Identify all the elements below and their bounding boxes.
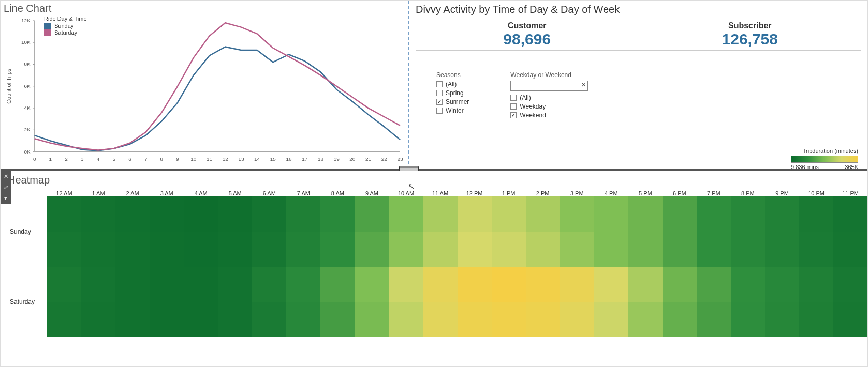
heat-cell[interactable] bbox=[492, 267, 526, 302]
heat-cell[interactable] bbox=[492, 302, 526, 337]
seasons-option[interactable]: Spring bbox=[436, 89, 469, 97]
heat-cell[interactable] bbox=[218, 196, 252, 232]
heat-cell[interactable] bbox=[81, 267, 115, 302]
heat-cell[interactable] bbox=[833, 196, 867, 232]
heat-cell[interactable] bbox=[286, 196, 320, 232]
dow-option[interactable]: Weekday bbox=[510, 103, 588, 110]
heat-cell[interactable] bbox=[594, 196, 628, 232]
heat-cell[interactable] bbox=[115, 267, 150, 302]
legend-item[interactable]: Sunday bbox=[44, 23, 87, 29]
heat-cell[interactable] bbox=[697, 302, 731, 337]
heat-cell[interactable] bbox=[458, 232, 492, 267]
heat-cell[interactable] bbox=[663, 196, 697, 232]
heat-cell[interactable] bbox=[47, 302, 81, 337]
heat-cell[interactable] bbox=[492, 196, 526, 232]
heat-cell[interactable] bbox=[765, 196, 799, 232]
heat-cell[interactable] bbox=[799, 232, 833, 267]
heat-cell[interactable] bbox=[355, 267, 389, 302]
heat-cell[interactable] bbox=[252, 267, 286, 302]
heat-cell[interactable] bbox=[765, 302, 799, 337]
checkbox-icon[interactable] bbox=[510, 103, 517, 110]
heat-cell[interactable] bbox=[286, 232, 320, 267]
heat-cell[interactable] bbox=[799, 302, 833, 337]
heat-cell[interactable] bbox=[799, 196, 833, 232]
heat-cell[interactable] bbox=[389, 302, 423, 337]
heat-cell[interactable] bbox=[663, 232, 697, 267]
heat-cell[interactable] bbox=[320, 267, 355, 302]
heat-cell[interactable] bbox=[355, 302, 389, 337]
expand-icon[interactable]: ⤢ bbox=[4, 184, 8, 191]
filter-icon[interactable]: ▾ bbox=[4, 195, 7, 202]
heat-cell[interactable] bbox=[389, 267, 423, 302]
seasons-option[interactable]: Winter bbox=[436, 107, 469, 114]
heat-cell[interactable] bbox=[389, 196, 423, 232]
heat-cell[interactable] bbox=[150, 302, 184, 337]
heat-cell[interactable] bbox=[81, 302, 115, 337]
heat-cell[interactable] bbox=[423, 196, 458, 232]
close-icon[interactable]: ✕ bbox=[4, 173, 8, 180]
heat-cell[interactable] bbox=[218, 232, 252, 267]
heat-cell[interactable] bbox=[184, 267, 218, 302]
heat-cell[interactable] bbox=[560, 196, 594, 232]
heat-cell[interactable] bbox=[526, 196, 560, 232]
heat-cell[interactable] bbox=[115, 302, 150, 337]
heat-cell[interactable] bbox=[218, 267, 252, 302]
seasons-option[interactable]: Summer bbox=[436, 98, 469, 105]
heat-cell[interactable] bbox=[663, 267, 697, 302]
heat-cell[interactable] bbox=[423, 302, 458, 337]
heat-cell[interactable] bbox=[184, 232, 218, 267]
heat-cell[interactable] bbox=[115, 232, 150, 267]
heat-cell[interactable] bbox=[628, 302, 663, 337]
heat-cell[interactable] bbox=[697, 196, 731, 232]
heat-cell[interactable] bbox=[320, 232, 355, 267]
heat-cell[interactable] bbox=[731, 196, 765, 232]
heat-cell[interactable] bbox=[286, 267, 320, 302]
heat-cell[interactable] bbox=[526, 232, 560, 267]
clear-icon[interactable]: ✕ bbox=[581, 82, 586, 88]
heat-cell[interactable] bbox=[150, 232, 184, 267]
heat-cell[interactable] bbox=[594, 232, 628, 267]
heat-cell[interactable] bbox=[526, 267, 560, 302]
heat-cell[interactable] bbox=[628, 232, 663, 267]
heat-cell[interactable] bbox=[320, 196, 355, 232]
heat-cell[interactable] bbox=[560, 267, 594, 302]
heat-cell[interactable] bbox=[628, 267, 663, 302]
dow-option[interactable]: (All) bbox=[510, 94, 588, 101]
heat-cell[interactable] bbox=[663, 302, 697, 337]
heat-cell[interactable] bbox=[765, 232, 799, 267]
heat-cell[interactable] bbox=[423, 232, 458, 267]
heat-cell[interactable] bbox=[526, 302, 560, 337]
heat-cell[interactable] bbox=[150, 267, 184, 302]
heat-cell[interactable] bbox=[252, 302, 286, 337]
heat-cell[interactable] bbox=[799, 267, 833, 302]
heat-cell[interactable] bbox=[833, 302, 867, 337]
heat-cell[interactable] bbox=[389, 232, 423, 267]
heat-cell[interactable] bbox=[594, 302, 628, 337]
dow-option[interactable]: Weekend bbox=[510, 112, 588, 119]
heat-cell[interactable] bbox=[252, 232, 286, 267]
checkbox-icon[interactable] bbox=[436, 90, 443, 96]
heat-cell[interactable] bbox=[731, 232, 765, 267]
heat-cell[interactable] bbox=[47, 232, 81, 267]
heat-cell[interactable] bbox=[150, 196, 184, 232]
heatmap-grid[interactable]: SundaySaturday bbox=[1, 196, 867, 337]
heat-cell[interactable] bbox=[81, 196, 115, 232]
heat-cell[interactable] bbox=[286, 302, 320, 337]
heat-cell[interactable] bbox=[731, 267, 765, 302]
heat-cell[interactable] bbox=[47, 267, 81, 302]
heat-cell[interactable] bbox=[184, 302, 218, 337]
heat-cell[interactable] bbox=[115, 196, 150, 232]
seasons-option[interactable]: (All) bbox=[436, 81, 469, 88]
heat-cell[interactable] bbox=[697, 267, 731, 302]
heat-cell[interactable] bbox=[765, 267, 799, 302]
heat-cell[interactable] bbox=[833, 267, 867, 302]
heat-cell[interactable] bbox=[731, 302, 765, 337]
heat-cell[interactable] bbox=[320, 302, 355, 337]
heat-cell[interactable] bbox=[355, 232, 389, 267]
heat-cell[interactable] bbox=[47, 196, 81, 232]
resize-handle[interactable] bbox=[399, 166, 419, 171]
heat-cell[interactable] bbox=[560, 302, 594, 337]
heat-cell[interactable] bbox=[252, 196, 286, 232]
checkbox-icon[interactable] bbox=[510, 112, 517, 118]
line-chart-area[interactable]: 0K2K4K6K8K10K12K012345678910111213141516… bbox=[4, 16, 405, 167]
